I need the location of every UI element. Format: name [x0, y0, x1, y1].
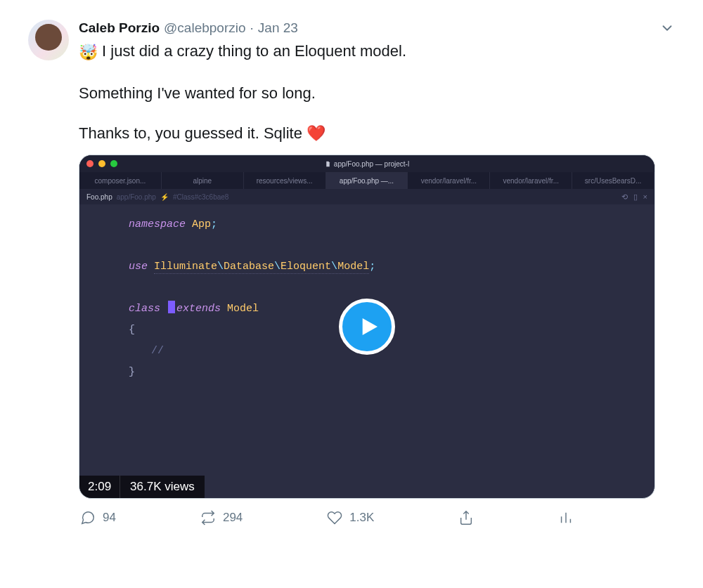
analytics-icon: [558, 510, 574, 525]
retweet-button[interactable]: 294: [200, 510, 243, 525]
chevron-down-icon: [659, 20, 675, 36]
display-name[interactable]: Caleb Porzio: [79, 20, 160, 37]
sync-icon[interactable]: ⟲: [621, 192, 628, 202]
user-handle[interactable]: @calebporzio: [164, 20, 245, 37]
text-line-1: I just did a crazy thing to an Eloquent …: [98, 42, 406, 60]
window-title: app/Foo.php — project-l: [79, 160, 654, 168]
analytics-button[interactable]: [558, 510, 574, 525]
tweet-actions: 94 294 1.3K: [79, 510, 675, 525]
close-icon[interactable]: ×: [643, 192, 647, 202]
crumb-hash: #Class#c3c6bae8: [173, 193, 229, 201]
editor-tab[interactable]: vendor/laravel/fr...: [490, 172, 572, 189]
editor-tab[interactable]: alpine: [162, 172, 244, 189]
tweet-card: Caleb Porzio @calebporzio · Jan 23 🤯 I j…: [0, 0, 703, 540]
breadcrumb: Foo.php app/Foo.php ⚡ #Class#c3c6bae8 ⟲ …: [79, 189, 654, 204]
reply-button[interactable]: 94: [80, 510, 116, 525]
editor-tab[interactable]: composer.json...: [79, 172, 162, 189]
editor-titlebar: app/Foo.php — project-l: [79, 155, 654, 172]
video-media[interactable]: app/Foo.php — project-l composer.json...…: [79, 155, 655, 499]
play-icon: [358, 315, 380, 338]
share-button[interactable]: [458, 510, 474, 525]
video-views: 36.7K views: [120, 476, 205, 498]
text-cursor: [168, 301, 175, 313]
like-button[interactable]: 1.3K: [327, 510, 374, 525]
retweet-icon: [200, 510, 216, 525]
tweet-date[interactable]: Jan 23: [258, 20, 298, 37]
code-editor: namespace App; use Illuminate\Database\E…: [79, 204, 654, 383]
exploding-head-emoji: 🤯: [79, 44, 98, 61]
avatar[interactable]: [28, 20, 69, 60]
video-duration: 2:09: [79, 476, 120, 498]
crumb-filename: Foo.php: [86, 193, 112, 201]
text-line-3: Thanks to, you guessed it. Sqlite: [79, 124, 307, 142]
split-icon[interactable]: ▯: [633, 192, 638, 202]
editor-tab[interactable]: resources/views...: [244, 172, 326, 189]
editor-tab-active[interactable]: app/Foo.php —...: [326, 172, 408, 189]
separator-dot: ·: [250, 20, 254, 37]
share-icon: [458, 510, 474, 525]
heart-emoji: ❤️: [307, 124, 325, 142]
editor-tab[interactable]: src/UsesBearsD...: [572, 172, 654, 189]
heart-icon: [327, 510, 342, 525]
crumb-path: app/Foo.php: [117, 193, 156, 201]
reply-icon: [80, 510, 96, 525]
play-button[interactable]: [339, 299, 395, 355]
editor-tabs: composer.json... alpine resources/views.…: [79, 172, 654, 189]
tweet-main: Caleb Porzio @calebporzio · Jan 23 🤯 I j…: [79, 20, 675, 525]
tweet-header: Caleb Porzio @calebporzio · Jan 23: [79, 20, 675, 37]
editor-tab[interactable]: vendor/laravel/fr...: [408, 172, 490, 189]
file-icon: [325, 161, 331, 167]
video-meta: 2:09 36.7K views: [79, 476, 205, 498]
text-line-2: Something I've wanted for so long.: [79, 82, 675, 105]
tweet-text: 🤯 I just did a crazy thing to an Eloquen…: [79, 40, 675, 145]
more-menu-button[interactable]: [659, 20, 675, 36]
